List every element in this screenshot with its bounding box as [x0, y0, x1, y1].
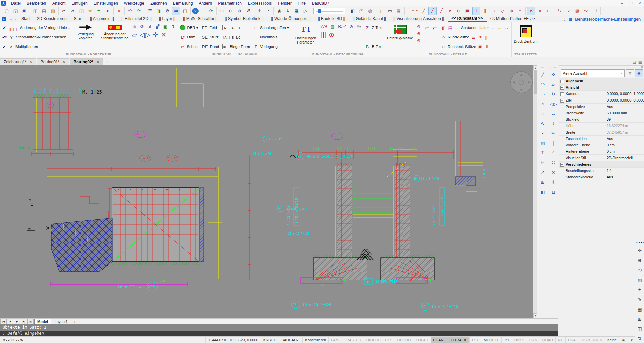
palette-grip[interactable]: ·········· ✕: [559, 66, 644, 69]
scrollbar-thumb[interactable]: [534, 70, 537, 94]
filter-icon[interactable]: ▽: [626, 69, 634, 77]
ribbon-icon[interactable]: Γʙ: [229, 35, 234, 39]
ribbon-icon[interactable]: ıl: [147, 24, 152, 29]
pan-icon[interactable]: ✛: [255, 7, 263, 15]
text-tool-icon[interactable]: T: [538, 148, 547, 157]
snap-quadrant-icon[interactable]: ◇: [498, 7, 507, 15]
arc-tool-icon[interactable]: ◠: [538, 80, 547, 89]
menu-hilfe[interactable]: Hilfe: [295, 1, 309, 6]
ribbon-icon[interactable]: ▱: [132, 31, 137, 38]
tab-menu-icon[interactable]: ▤: [27, 319, 34, 324]
ribbon-icon[interactable]: ✔: [2, 26, 7, 30]
palette-section-verschiedenes[interactable]: −Verschiedenes: [559, 161, 644, 167]
next-tab-icon[interactable]: ▶: [14, 319, 20, 324]
ribbon-icon[interactable]: ▥: [330, 24, 335, 29]
ribbon-icon[interactable]: RE: [202, 45, 208, 49]
snap-insert-icon[interactable]: ▣: [463, 7, 472, 15]
menu-zeichnen[interactable]: Zeichnen: [147, 1, 170, 6]
property-höhe[interactable]: Höhe16.322274 m: [559, 122, 644, 129]
properties-icon[interactable]: ☰: [146, 7, 154, 15]
ribbon-icon[interactable]: ▣: [163, 24, 168, 29]
delete-icon[interactable]: ✕: [115, 7, 123, 15]
ribbon-item-verlegung-kopieren[interactable]: Verlegungkopieren: [73, 23, 98, 52]
status-polar[interactable]: POLAR: [413, 337, 430, 343]
ribbon-icon[interactable]: ⊕: [329, 31, 334, 38]
property-value[interactable]: 0 cm: [605, 142, 644, 148]
menu-werkzeuge[interactable]: Werkzeuge: [121, 1, 147, 6]
ribbon-icon[interactable]: ▤: [448, 26, 453, 30]
menu-baucad7[interactable]: BauCaD7: [309, 1, 332, 6]
ribbon-item-z-text[interactable]: ZZ-Text: [365, 24, 383, 32]
property-ziel[interactable]: +Ziel0.0000, 0.0000, 0.0000: [559, 97, 644, 103]
view-back-icon[interactable]: ⟲: [635, 265, 644, 275]
status-raster[interactable]: RASTER: [344, 337, 364, 343]
layout-icon[interactable]: ▯: [377, 7, 385, 15]
property-value[interactable]: 50.0000 mm: [605, 110, 644, 116]
tab-close-icon[interactable]: ✕: [63, 60, 65, 64]
ribbon-icon[interactable]: ⌐: [253, 35, 258, 39]
ribbon-item-lfdm[interactable]: LfLfdm: [180, 33, 198, 41]
layout-panel-icon[interactable]: ◫: [635, 324, 644, 333]
ribbon-icon[interactable]: □: [441, 45, 446, 49]
refresh-icon[interactable]: ⟳: [207, 7, 215, 15]
layout-tab-layout1[interactable]: Layout1: [52, 319, 70, 324]
ribbon-icon-row[interactable]: IᴀΓʙLᴄ: [222, 33, 250, 41]
tab-visualisierung-ansichten[interactable]: || Visualisierung-Ansichten ||: [390, 16, 448, 22]
print-preview-icon[interactable]: ◫: [31, 7, 39, 15]
status-ofang[interactable]: OFANG: [431, 337, 449, 343]
dock-icon[interactable]: ▤: [632, 60, 636, 65]
ribbon-icon[interactable]: ✔M: [2, 35, 7, 39]
walk-icon[interactable]: ▷: [301, 7, 310, 15]
snap-single-icon[interactable]: •: [516, 7, 524, 15]
ribbon-icon[interactable]: E: [230, 25, 235, 30]
drawing-canvas[interactable]: Schnitt 6-6M. 1:25GarageW-16242 ø 122 ø …: [0, 65, 533, 318]
first-tab-icon[interactable]: |◀: [0, 319, 7, 324]
ribbon-icon[interactable]: ∷: [497, 26, 503, 30]
minimize-icon[interactable]: –: [618, 1, 626, 5]
eyedropper-icon[interactable]: ✒: [95, 7, 103, 15]
property-beschriftungsska[interactable]: Beschriftungsska1:1: [559, 167, 644, 174]
ribbon-item-rechteck-stütze[interactable]: □Rechteck-Stütze▣‖: [441, 42, 509, 51]
layout-tab-model[interactable]: Model: [34, 319, 51, 324]
palette-section-allgemein[interactable]: +Allgemein: [559, 78, 644, 84]
camera-icon[interactable]: ▦: [293, 7, 301, 15]
ucs-icon[interactable]: ↳: [284, 7, 292, 15]
ribbon-item-änderung-der-verlege-linie[interactable]: ✔╥╥╥Änderung der Verlege-Linie ..: [2, 24, 70, 32]
status-rt[interactable]: RT: [555, 337, 565, 343]
ribbon-icon[interactable]: B: [365, 45, 370, 49]
help-icon[interactable]: ?: [192, 8, 199, 14]
ribbon-icon[interactable]: D: [222, 25, 228, 30]
ribbon-icon[interactable]: ⊛: [416, 38, 421, 43]
search-icon[interactable]: ○: [14, 17, 16, 21]
property-value[interactable]: Aus: [605, 136, 644, 142]
ribbon-item-dbr[interactable]: DBR ▾: [180, 24, 198, 32]
snap-diameter-icon[interactable]: ⌀: [446, 7, 454, 15]
tab-wände-öffnungen[interactable]: || Wände-Öffnungen ||: [267, 16, 314, 22]
undo-icon[interactable]: ↶: [126, 7, 134, 15]
tab-matten-platten-fe[interactable]: << Matten-Platten-FE >>: [487, 16, 539, 22]
ribbon-icon[interactable]: FE: [202, 26, 208, 30]
property-value[interactable]: Aus: [605, 174, 644, 180]
ribbon-icon[interactable]: ╥╥╥: [9, 26, 18, 30]
erase-tool-icon[interactable]: ✕: [549, 168, 558, 177]
expander-icon[interactable]: +: [560, 92, 564, 96]
ribbon-icon[interactable]: F: [237, 25, 243, 30]
status-dyn[interactable]: DYN: [527, 337, 540, 343]
block-tool-icon[interactable]: ◧: [538, 187, 547, 196]
line-tool-icon[interactable]: ╱: [538, 70, 547, 79]
palette-close-icon[interactable]: ✕: [641, 66, 643, 69]
menu-parametrisch[interactable]: Parametrisch: [215, 1, 245, 6]
grid-icon[interactable]: ▦: [635, 305, 644, 314]
ribbon-icon[interactable]: ⊕: [416, 31, 421, 36]
ribbon-icon[interactable]: ⌐: [432, 24, 438, 31]
dimension-tool-icon[interactable]: ⊢: [538, 158, 547, 167]
menu-bemaßung[interactable]: Bemaßung: [170, 1, 196, 6]
expander-icon[interactable]: +: [560, 99, 564, 103]
snap-dot-z-icon[interactable]: •z: [582, 7, 590, 15]
ribbon-icon[interactable]: BF: [222, 44, 228, 49]
ribbon-icon[interactable]: ⊚: [416, 24, 421, 29]
ribbon-icon[interactable]: Lᴄ: [236, 35, 241, 39]
tab-rundstahl[interactable]: << Rundstahl >>: [448, 16, 486, 22]
tab-layer[interactable]: || Layer ||: [155, 16, 179, 22]
tab-maße-schraffur[interactable]: || Maße-Schraffur ||: [179, 16, 221, 22]
